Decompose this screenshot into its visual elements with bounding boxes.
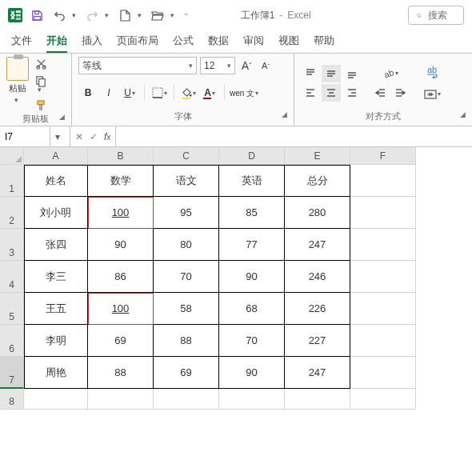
font-launcher-icon[interactable]: ◢ [282,110,287,118]
new-file-dropdown-icon[interactable]: ▾ [138,11,142,19]
tab-page-layout[interactable]: 页面布局 [117,34,158,53]
cell-B8[interactable] [88,389,154,410]
decrease-indent-button[interactable] [371,84,390,102]
align-top-button[interactable] [301,65,320,82]
tab-data[interactable]: 数据 [208,34,229,53]
cell-F4[interactable] [350,261,416,293]
redo-dropdown-icon[interactable]: ▾ [105,11,109,19]
row-header-4[interactable]: 4 [0,261,24,293]
formula-input[interactable] [116,126,472,146]
fill-color-button[interactable]: ▾ [179,84,198,102]
cell-E4[interactable]: 246 [285,261,350,293]
undo-dropdown-icon[interactable]: ▾ [72,11,76,19]
select-all-corner[interactable] [0,147,24,165]
new-file-icon[interactable] [118,9,131,22]
cell-A8[interactable] [24,389,88,410]
name-box-input[interactable] [0,130,50,143]
open-folder-dropdown-icon[interactable]: ▾ [170,11,174,19]
cell-F6[interactable] [350,325,416,357]
search-input[interactable] [426,9,455,22]
cell-C8[interactable] [154,389,219,410]
cell-D1[interactable]: 英语 [219,165,285,197]
align-middle-button[interactable] [322,65,341,82]
cell-B4[interactable]: 86 [88,261,154,293]
cell-D8[interactable] [219,389,285,410]
cut-icon[interactable] [34,57,48,70]
align-left-button[interactable] [301,84,320,102]
merge-center-button[interactable]: ▾ [422,86,442,103]
col-header-b[interactable]: B [88,147,154,165]
cell-A6[interactable]: 李明 [24,325,88,357]
font-size-combo[interactable]: 12▾ [200,57,235,74]
cell-C3[interactable]: 80 [154,229,219,261]
cell-E7[interactable]: 247 [285,357,350,389]
cell-grid[interactable]: 姓名数学语文英语总分刘小明1009585280张四908077247李三8670… [24,165,416,410]
cell-C5[interactable]: 58 [154,293,219,325]
row-header-7[interactable]: 7 [0,357,24,389]
row-header-6[interactable]: 6 [0,325,24,357]
cell-C2[interactable]: 95 [154,197,219,229]
row-header-1[interactable]: 1 [0,165,24,197]
underline-button[interactable]: U▾ [120,84,139,102]
row-header-8[interactable]: 8 [0,389,24,410]
tab-view[interactable]: 视图 [278,34,299,53]
enter-formula-icon[interactable]: ✓ [90,131,98,142]
row-header-5[interactable]: 5 [0,293,24,325]
font-color-button[interactable]: A▾ [200,84,219,102]
copy-dropdown-icon[interactable]: ▾ [38,86,42,94]
align-center-button[interactable] [322,84,341,102]
align-bottom-button[interactable] [342,65,362,82]
clipboard-launcher-icon[interactable]: ◢ [59,113,65,121]
insert-function-icon[interactable]: fx [104,131,110,142]
cell-E6[interactable]: 227 [285,325,350,357]
undo-icon[interactable] [53,9,66,22]
paste-button[interactable]: 粘贴 ▾ [6,57,29,104]
tab-review[interactable]: 审阅 [243,34,264,53]
cell-A1[interactable]: 姓名 [24,165,88,197]
qat-customize-icon[interactable]: ⁼ [184,11,188,20]
cell-E8[interactable] [285,389,350,410]
cell-B6[interactable]: 69 [88,325,154,357]
cell-A3[interactable]: 张四 [24,229,88,261]
align-right-button[interactable] [342,84,362,102]
bold-button[interactable]: B [78,84,98,102]
cell-C6[interactable]: 88 [154,325,219,357]
format-painter-icon[interactable] [34,98,48,111]
cell-F8[interactable] [350,389,416,410]
col-header-c[interactable]: C [154,147,219,165]
cell-E3[interactable]: 247 [285,229,350,261]
tab-insert[interactable]: 插入 [82,34,102,53]
cell-D2[interactable]: 85 [219,197,285,229]
cell-D6[interactable]: 70 [219,325,285,357]
orientation-button[interactable]: ab▾ [371,65,410,82]
name-box-dropdown-icon[interactable]: ▾ [50,126,64,146]
redo-icon[interactable] [86,9,98,22]
cell-F2[interactable] [350,197,416,229]
cell-A5[interactable]: 王五 [24,293,88,325]
row-header-2[interactable]: 2 [0,197,24,229]
cell-D5[interactable]: 68 [219,293,285,325]
font-name-combo[interactable]: 等线▾ [78,57,197,74]
cell-F7[interactable] [350,357,416,389]
col-header-a[interactable]: A [24,147,88,165]
cell-C4[interactable]: 70 [154,261,219,293]
alignment-launcher-icon[interactable]: ◢ [460,110,466,118]
cell-B3[interactable]: 90 [88,229,154,261]
cell-F5[interactable] [350,293,416,325]
cell-E5[interactable]: 226 [285,293,350,325]
cell-D7[interactable]: 90 [219,357,285,389]
row-header-3[interactable]: 3 [0,229,24,261]
increase-font-size-button[interactable]: Aˆ [238,57,254,74]
tab-formulas[interactable]: 公式 [173,34,194,53]
cell-C1[interactable]: 语文 [154,165,219,197]
col-header-f[interactable]: F [350,147,416,165]
formula-input-wrapper[interactable] [116,126,472,146]
cell-D3[interactable]: 77 [219,229,285,261]
borders-button[interactable]: ▾ [150,84,169,102]
cell-B7[interactable]: 88 [88,357,154,389]
col-header-d[interactable]: D [219,147,285,165]
search-box[interactable] [408,6,464,25]
cancel-formula-icon[interactable]: ✕ [75,131,83,142]
phonetic-guide-button[interactable]: wen 文▾ [230,84,258,102]
cell-C7[interactable]: 69 [154,357,219,389]
